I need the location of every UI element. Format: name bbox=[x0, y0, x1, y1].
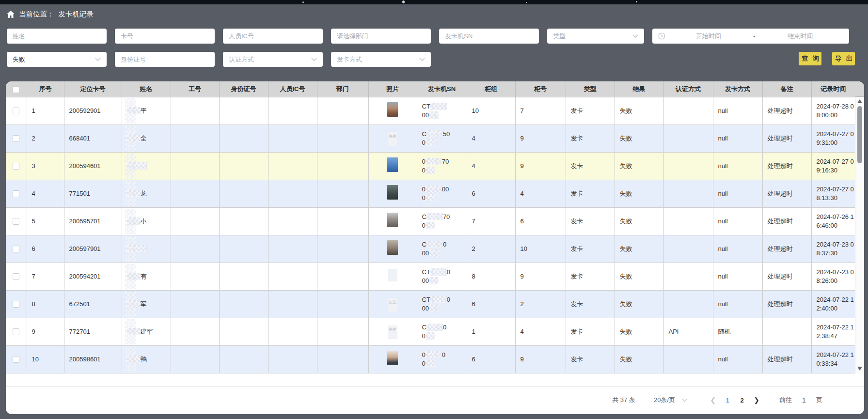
goto-page-input[interactable]: 1 bbox=[799, 396, 809, 404]
person-ic-input[interactable] bbox=[229, 29, 317, 44]
person-photo[interactable] bbox=[387, 351, 398, 365]
person-photo[interactable] bbox=[387, 157, 398, 172]
machine-sn-filter[interactable] bbox=[439, 29, 539, 44]
table-row[interactable]: 4771501龙000064发卡失败null处理超时2024-07-27 08:… bbox=[6, 180, 855, 207]
row-checkbox[interactable] bbox=[13, 163, 19, 170]
issue-method-cell: null bbox=[713, 290, 762, 318]
end-time-placeholder[interactable]: 结束时间 bbox=[758, 32, 843, 41]
cabinet-number-cell: 2 bbox=[515, 290, 566, 318]
id-number-cell bbox=[219, 207, 268, 235]
name-cell: 小 bbox=[122, 207, 171, 235]
worker-id-cell bbox=[171, 290, 219, 318]
redacted-sn bbox=[426, 186, 442, 193]
auth-method-cell: API bbox=[663, 318, 713, 345]
row-checkbox[interactable] bbox=[13, 190, 19, 197]
table-row[interactable]: 1200592901平CT00107发卡失败null处理超时2024-07-28… bbox=[6, 97, 855, 124]
machine-sn-input[interactable] bbox=[445, 29, 533, 44]
id-number-filter[interactable] bbox=[115, 52, 215, 67]
cabinet-number-cell: 9 bbox=[515, 124, 566, 152]
result-select[interactable]: 失败 bbox=[7, 52, 107, 67]
auth-method-select[interactable]: 认证方式 bbox=[223, 52, 323, 67]
table-row[interactable]: 2668401全先生C50049发卡失败null处理超时2024-07-27 0… bbox=[6, 124, 855, 152]
card-filter[interactable] bbox=[115, 29, 215, 44]
id-number-input[interactable] bbox=[121, 52, 209, 67]
row-checkbox[interactable] bbox=[13, 301, 19, 308]
table-scrollbar[interactable] bbox=[855, 97, 864, 373]
worker-id-cell bbox=[171, 207, 219, 235]
row-checkbox[interactable] bbox=[13, 108, 19, 114]
row-checkbox[interactable] bbox=[13, 273, 19, 280]
cabinet-number-cell: 7 bbox=[515, 97, 566, 124]
auth-method-cell bbox=[663, 235, 713, 263]
chevron-down-icon bbox=[632, 34, 638, 38]
person-photo[interactable] bbox=[387, 240, 398, 255]
scrollbar-thumb[interactable] bbox=[857, 106, 862, 163]
start-time-placeholder[interactable]: 开始时间 bbox=[665, 32, 751, 41]
photo-placeholder[interactable]: 先生 bbox=[388, 132, 397, 146]
name-input[interactable] bbox=[13, 29, 101, 44]
type-cell: 发卡 bbox=[566, 152, 615, 180]
photo-placeholder[interactable] bbox=[388, 269, 397, 281]
card-input[interactable] bbox=[121, 29, 209, 44]
record-time-cell: 2024-07-27 09:16:30 bbox=[811, 152, 855, 180]
next-page-button[interactable]: ❯ bbox=[749, 396, 764, 404]
table-row[interactable]: 6200597901C000210发卡失败null处理超时2024-07-23 … bbox=[6, 235, 855, 263]
locator-card-cell: 200594601 bbox=[64, 152, 122, 180]
department-input[interactable] bbox=[337, 29, 425, 44]
row-checkbox[interactable] bbox=[13, 246, 19, 252]
issue-method-cell: null bbox=[713, 207, 762, 235]
issue-method-select[interactable]: 发卡方式 bbox=[331, 52, 431, 67]
type-cell: 发卡 bbox=[566, 124, 615, 152]
person-ic-filter[interactable] bbox=[223, 29, 323, 44]
row-checkbox[interactable] bbox=[13, 356, 19, 363]
table-row[interactable]: 8672501军先生CT00062发卡失败null处理超时2024-07-22 … bbox=[6, 290, 855, 318]
person-ic-cell bbox=[268, 235, 317, 263]
person-ic-cell bbox=[268, 263, 317, 290]
table-row[interactable]: 5200595701小C70076发卡失败null处理超时2024-07-26 … bbox=[6, 207, 855, 235]
id-number-cell bbox=[219, 345, 268, 373]
table-row[interactable]: 9772701建军先生C0014发卡失败API随机2024-07-22 12:3… bbox=[6, 318, 855, 345]
goto-label: 前往 bbox=[779, 396, 792, 404]
auth-method-cell bbox=[663, 263, 713, 290]
home-icon[interactable] bbox=[7, 11, 15, 18]
column-header: 发卡机SN bbox=[417, 81, 467, 97]
person-photo[interactable] bbox=[387, 102, 398, 117]
seq-cell: 4 bbox=[27, 180, 64, 207]
row-checkbox[interactable] bbox=[13, 135, 19, 142]
page-size-select[interactable]: 20条/页 bbox=[654, 396, 687, 404]
table-row[interactable]: 7200594201有CT00089发卡失败null处理超时2024-07-23… bbox=[6, 263, 855, 290]
department-filter[interactable] bbox=[331, 29, 431, 44]
type-select[interactable]: 类型 bbox=[547, 29, 644, 44]
column-header: 部门 bbox=[317, 81, 368, 97]
name-filter[interactable] bbox=[7, 29, 107, 44]
issue-method-placeholder: 发卡方式 bbox=[337, 55, 362, 64]
person-photo[interactable] bbox=[387, 185, 398, 200]
column-header: 柜组 bbox=[467, 81, 515, 97]
export-button[interactable]: 导 出 bbox=[832, 52, 855, 65]
row-checkbox-cell bbox=[6, 180, 27, 207]
photo-cell: 先生 bbox=[368, 124, 417, 152]
machine-sn-cell: C500 bbox=[417, 124, 467, 152]
table-row[interactable]: 10200598601鸭00069发卡失败null处理超时2024-07-22 … bbox=[6, 345, 855, 373]
scroll-up-arrow-icon[interactable] bbox=[855, 98, 864, 105]
query-button[interactable]: 查 询 bbox=[799, 52, 821, 65]
note-cell: 处理超时 bbox=[762, 124, 811, 152]
row-checkbox[interactable] bbox=[13, 218, 19, 225]
note-cell bbox=[762, 318, 811, 345]
photo-placeholder[interactable]: 先生 bbox=[388, 298, 397, 311]
person-photo[interactable] bbox=[387, 213, 398, 227]
id-number-cell bbox=[219, 180, 268, 207]
table-row[interactable]: 3200594601070049发卡失败null处理超时2024-07-27 0… bbox=[6, 152, 855, 180]
locator-card-cell: 200595701 bbox=[64, 207, 122, 235]
prev-page-button[interactable]: ❮ bbox=[706, 396, 720, 404]
date-range-picker[interactable]: 开始时间 - 结束时间 bbox=[652, 29, 849, 44]
cabinet-number-cell: 10 bbox=[515, 235, 566, 263]
row-checkbox[interactable] bbox=[13, 328, 19, 335]
photo-placeholder[interactable]: 先生 bbox=[388, 326, 397, 339]
scroll-down-arrow-icon[interactable] bbox=[855, 365, 864, 372]
page-number-1[interactable]: 1 bbox=[720, 397, 735, 404]
page-number-2[interactable]: 2 bbox=[735, 397, 749, 404]
name-cell: 平 bbox=[122, 97, 171, 124]
record-time-cell: 2024-07-26 16:46:00 bbox=[811, 207, 855, 235]
select-all-checkbox[interactable] bbox=[13, 86, 19, 93]
